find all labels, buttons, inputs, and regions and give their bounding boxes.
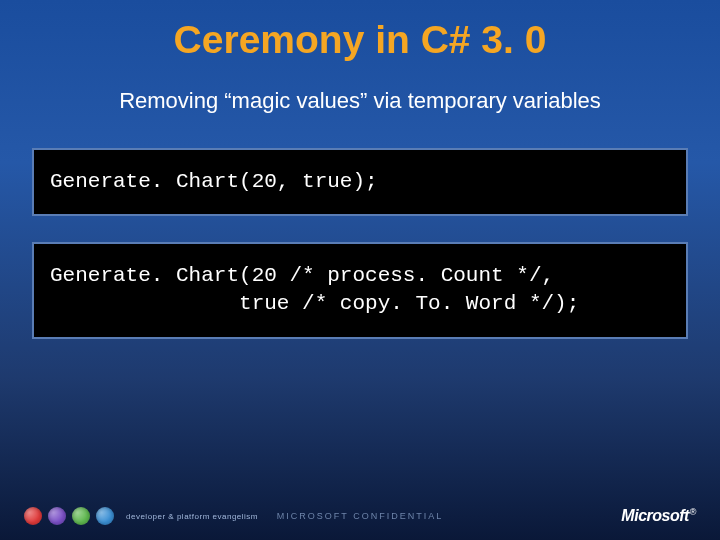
orb-icon [48,507,66,525]
slide-title: Ceremony in C# 3. 0 [0,0,720,78]
code-block-2: Generate. Chart(20 /* process. Count */,… [32,242,688,339]
orb-icon [96,507,114,525]
footer-left-brand: developer & platform evangelism [24,507,258,525]
footer-brand-text: developer & platform evangelism [126,512,258,521]
footer-confidential: MICROSOFT CONFIDENTIAL [277,511,443,521]
orb-icon [72,507,90,525]
slide-footer: developer & platform evangelism MICROSOF… [0,492,720,540]
code-block-1: Generate. Chart(20, true); [32,148,688,216]
footer-right-logo: Microsoft® [621,507,696,525]
slide-subtitle: Removing “magic values” via temporary va… [0,78,720,138]
orb-icon [24,507,42,525]
microsoft-logo: Microsoft® [621,507,696,525]
